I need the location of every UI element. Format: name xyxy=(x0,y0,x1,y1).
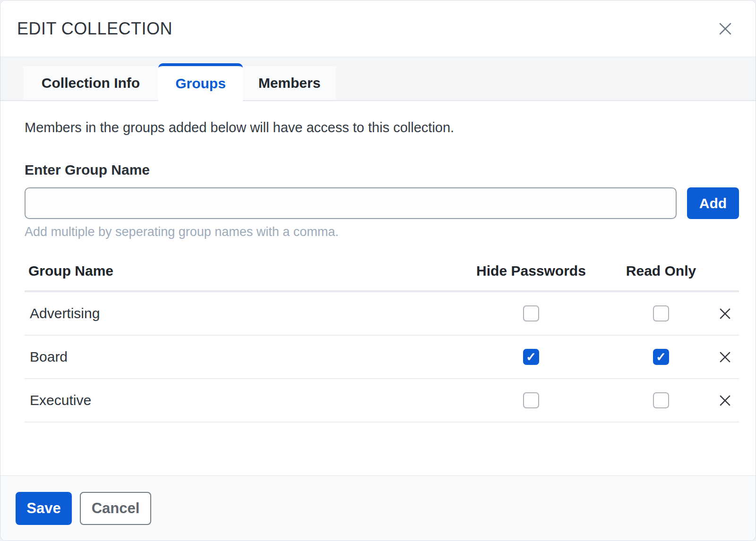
header-read-only: Read Only xyxy=(611,263,711,279)
group-name-label: Enter Group Name xyxy=(25,162,739,178)
delete-icon xyxy=(717,393,733,408)
group-name-cell: Advertising xyxy=(25,305,451,321)
tab-collection-info[interactable]: Collection Info xyxy=(23,66,158,100)
hide-passwords-checkbox[interactable] xyxy=(523,349,539,365)
dialog-title: EDIT COLLECTION xyxy=(17,19,172,39)
remove-group-button[interactable] xyxy=(714,390,735,411)
dialog-header: EDIT COLLECTION xyxy=(0,0,756,57)
save-button[interactable]: Save xyxy=(16,492,72,525)
read-only-checkbox[interactable] xyxy=(653,392,669,408)
remove-group-button[interactable] xyxy=(714,303,735,324)
header-hide-passwords: Hide Passwords xyxy=(451,263,611,279)
read-only-checkbox[interactable] xyxy=(653,349,669,365)
remove-group-button[interactable] xyxy=(714,347,735,367)
groups-table: Group Name Hide Passwords Read Only Adve… xyxy=(25,259,739,423)
group-name-cell: Executive xyxy=(25,392,451,408)
groups-description: Members in the groups added below will h… xyxy=(25,120,739,135)
table-row: Advertising xyxy=(25,292,739,336)
hide-passwords-checkbox[interactable] xyxy=(523,305,539,321)
delete-icon xyxy=(717,349,733,365)
group-name-input[interactable] xyxy=(25,187,677,219)
close-button[interactable] xyxy=(713,17,738,41)
read-only-checkbox[interactable] xyxy=(653,305,669,321)
group-input-hint: Add multiple by seperating group names w… xyxy=(25,225,739,239)
tab-bar: Collection Info Groups Members xyxy=(0,57,756,101)
cancel-button[interactable]: Cancel xyxy=(80,492,151,525)
groups-table-header: Group Name Hide Passwords Read Only xyxy=(25,259,739,292)
add-group-button[interactable]: Add xyxy=(687,187,739,219)
group-name-cell: Board xyxy=(25,349,451,365)
dialog-footer: Save Cancel xyxy=(0,475,756,541)
table-row: Executive xyxy=(25,379,739,423)
tab-members[interactable]: Members xyxy=(243,66,336,100)
edit-collection-dialog: EDIT COLLECTION Collection Info Groups M… xyxy=(0,0,756,541)
header-group-name: Group Name xyxy=(25,263,451,279)
tab-groups[interactable]: Groups xyxy=(158,63,243,101)
table-row: Board xyxy=(25,336,739,379)
delete-icon xyxy=(717,306,733,321)
hide-passwords-checkbox[interactable] xyxy=(523,392,539,408)
groups-tab-panel: Members in the groups added below will h… xyxy=(0,101,756,475)
close-icon xyxy=(716,19,735,38)
groups-table-body: Advertising xyxy=(25,292,739,423)
group-input-row: Add xyxy=(25,187,739,219)
